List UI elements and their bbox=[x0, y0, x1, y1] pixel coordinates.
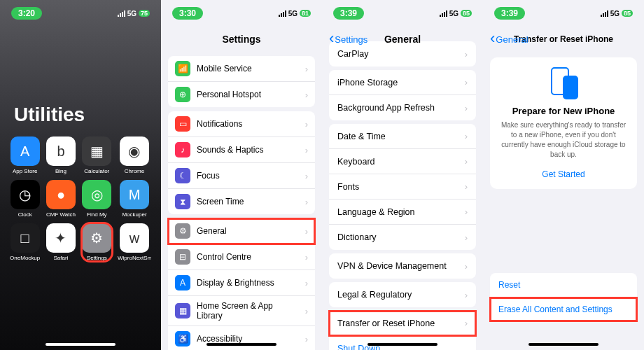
general-row-legal-regulatory[interactable]: Legal & Regulatory› bbox=[329, 282, 476, 307]
reset-actions-list: ResetErase All Content and Settings bbox=[490, 273, 637, 321]
app-label: Clock bbox=[18, 211, 32, 218]
settings-list[interactable]: 📶Mobile Service›⊕Personal Hotspot›▭Notif… bbox=[161, 56, 322, 350]
app-label: Mockuper bbox=[122, 211, 146, 218]
row-label: Reset bbox=[498, 280, 629, 290]
app-icon: ◷ bbox=[10, 180, 40, 209]
row-label: Control Centre bbox=[197, 252, 299, 262]
status-time: 3:20 bbox=[11, 7, 42, 20]
nav-title: Settings bbox=[222, 34, 260, 45]
app-icon: A bbox=[10, 136, 40, 166]
settings-row-accessibility[interactable]: ♿Accessibility› bbox=[168, 326, 315, 350]
home-indicator[interactable] bbox=[46, 343, 115, 346]
settings-row-notifications[interactable]: ▭Notifications› bbox=[168, 111, 315, 137]
row-label: Transfer or Reset iPhone bbox=[337, 318, 458, 328]
status-right: 5G 85 bbox=[601, 10, 633, 18]
settings-row-sounds-haptics[interactable]: ♪Sounds & Haptics› bbox=[168, 137, 315, 163]
chevron-right-icon: › bbox=[305, 119, 308, 130]
row-label: Sounds & Haptics bbox=[197, 145, 299, 155]
general-row-background-app-refresh[interactable]: Background App Refresh› bbox=[329, 95, 476, 120]
home-indicator[interactable] bbox=[528, 343, 598, 346]
general-row-dictionary[interactable]: Dictionary› bbox=[329, 225, 476, 250]
chevron-right-icon: › bbox=[305, 306, 308, 316]
app-find-my[interactable]: ◎Find My bbox=[82, 180, 112, 218]
chevron-right-icon: › bbox=[465, 206, 468, 217]
row-label: Mobile Service bbox=[197, 64, 299, 74]
battery-icon: 85 bbox=[461, 10, 472, 17]
app-icon: w bbox=[120, 223, 149, 253]
app-calculator[interactable]: ▦Calculator bbox=[82, 136, 112, 174]
general-row-keyboard[interactable]: Keyboard› bbox=[329, 149, 476, 174]
battery-icon: 85 bbox=[622, 10, 633, 17]
chevron-right-icon: › bbox=[305, 90, 308, 100]
app-app-store[interactable]: AApp Store bbox=[10, 136, 40, 174]
row-label: General bbox=[197, 226, 299, 236]
chevron-right-icon: › bbox=[465, 181, 468, 192]
row-label: Dictionary bbox=[337, 232, 458, 242]
chevron-right-icon: › bbox=[465, 49, 468, 59]
row-label: Keyboard bbox=[337, 157, 458, 167]
app-icon: ✦ bbox=[46, 223, 76, 253]
app-safari[interactable]: ✦Safari bbox=[46, 223, 76, 261]
app-label: App Store bbox=[13, 168, 38, 174]
row-icon: ⊕ bbox=[175, 87, 190, 102]
transfer-icon bbox=[546, 67, 581, 99]
row-icon: ♪ bbox=[175, 142, 190, 158]
general-row-carplay[interactable]: CarPlay› bbox=[329, 41, 476, 66]
action-reset[interactable]: Reset bbox=[490, 273, 637, 298]
settings-row-focus[interactable]: ☾Focus› bbox=[168, 163, 315, 189]
app-label: Chrome bbox=[125, 168, 144, 174]
row-label: Language & Region bbox=[337, 207, 458, 217]
general-row-language-region[interactable]: Language & Region› bbox=[329, 200, 476, 225]
settings-row-display-brightness[interactable]: ADisplay & Brightness› bbox=[168, 270, 315, 296]
home-indicator[interactable] bbox=[368, 343, 438, 346]
battery-icon: 81 bbox=[300, 10, 311, 17]
row-icon: ▦ bbox=[175, 303, 190, 318]
app-mockuper[interactable]: MMockuper bbox=[118, 180, 151, 218]
app-wipronextsm-[interactable]: wWiproNextSm.. bbox=[118, 223, 151, 261]
app-chrome[interactable]: ◉Chrome bbox=[118, 136, 151, 174]
row-icon: 📶 bbox=[175, 61, 190, 76]
app-cmf-watch[interactable]: ●CMF Watch bbox=[46, 180, 76, 218]
status-bar: 3:39 5G 85 bbox=[322, 0, 483, 27]
row-label: iPhone Storage bbox=[337, 78, 458, 88]
screen-settings: 3:30 5G 81 Settings 📶Mobile Service›⊕Per… bbox=[161, 0, 322, 350]
app-clock[interactable]: ◷Clock bbox=[10, 180, 40, 218]
settings-row-general[interactable]: ⚙General› bbox=[168, 218, 315, 244]
app-bing[interactable]: bBing bbox=[46, 136, 76, 174]
app-icon: □ bbox=[10, 223, 40, 253]
row-label: Home Screen & App Library bbox=[197, 301, 299, 321]
general-row-iphone-storage[interactable]: iPhone Storage› bbox=[329, 70, 476, 95]
status-bar: 3:30 5G 81 bbox=[161, 0, 322, 27]
card-title: Prepare for New iPhone bbox=[498, 106, 629, 116]
app-settings[interactable]: ⚙Settings bbox=[82, 223, 112, 261]
home-indicator[interactable] bbox=[206, 343, 276, 346]
app-icon: ◉ bbox=[120, 136, 149, 166]
settings-row-personal-hotspot[interactable]: ⊕Personal Hotspot› bbox=[168, 82, 315, 107]
settings-row-home-screen-app-library[interactable]: ▦Home Screen & App Library› bbox=[168, 296, 315, 326]
settings-row-screen-time[interactable]: ⧗Screen Time› bbox=[168, 189, 315, 214]
get-started-button[interactable]: Get Started bbox=[498, 169, 629, 179]
row-label: Erase All Content and Settings bbox=[498, 304, 629, 314]
app-label: Calculator bbox=[84, 168, 109, 174]
row-label: Notifications bbox=[197, 119, 299, 129]
row-label: VPN & Device Management bbox=[337, 261, 458, 271]
general-row-transfer-or-reset-iphone[interactable]: Transfer or Reset iPhone› bbox=[329, 311, 476, 336]
status-right: 5G 85 bbox=[440, 10, 472, 18]
battery-icon: 75 bbox=[139, 10, 150, 17]
settings-row-mobile-service[interactable]: 📶Mobile Service› bbox=[168, 56, 315, 82]
status-bar: 3:20 5G 75 bbox=[0, 0, 161, 27]
general-row-vpn-device-management[interactable]: VPN & Device Management› bbox=[329, 253, 476, 279]
row-label: Screen Time bbox=[197, 197, 299, 206]
nav-title: Transfer or Reset iPhone bbox=[514, 34, 613, 44]
back-button[interactable]: General bbox=[490, 34, 528, 45]
general-list[interactable]: CarPlay›iPhone Storage›Background App Re… bbox=[322, 41, 483, 350]
row-label: Background App Refresh bbox=[337, 103, 458, 113]
general-row-date-time[interactable]: Date & Time› bbox=[329, 124, 476, 149]
general-row-fonts[interactable]: Fonts› bbox=[329, 174, 476, 200]
app-onemockup[interactable]: □OneMockup bbox=[10, 223, 40, 261]
action-erase-all-content-and-settings[interactable]: Erase All Content and Settings bbox=[490, 298, 637, 321]
row-label: Fonts bbox=[337, 182, 458, 192]
status-time: 3:39 bbox=[333, 7, 364, 20]
row-icon: ♿ bbox=[175, 331, 190, 346]
settings-row-control-centre[interactable]: ⊟Control Centre› bbox=[168, 244, 315, 270]
